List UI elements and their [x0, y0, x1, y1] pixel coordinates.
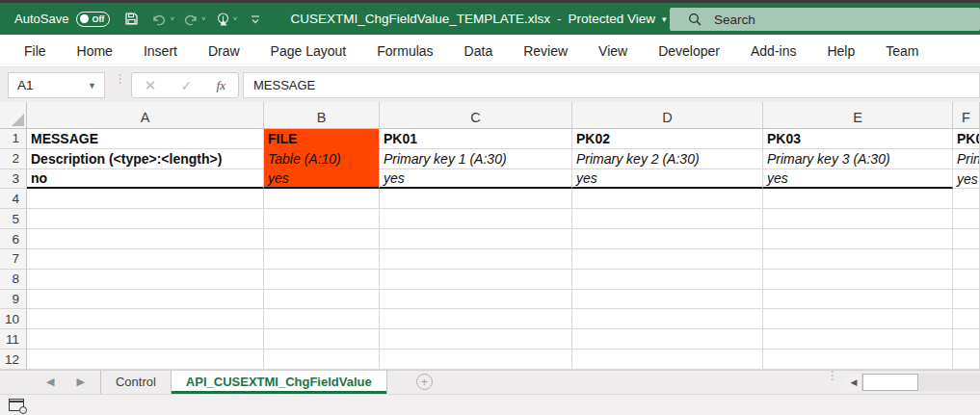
touch-mode-dropdown-icon[interactable]: ˅ [233, 14, 238, 23]
scroll-left-icon[interactable]: ◀ [846, 374, 862, 391]
cell-C8[interactable] [380, 270, 572, 290]
cell-A12[interactable] [27, 350, 264, 370]
row-header-8[interactable]: 8 [0, 270, 27, 290]
cell-A7[interactable] [27, 249, 264, 270]
cell-B8[interactable] [264, 270, 380, 290]
cell-C10[interactable] [380, 309, 572, 329]
cell-F9[interactable] [953, 290, 980, 310]
row-header-7[interactable]: 7 [0, 249, 27, 270]
redo-button[interactable]: ˅ [183, 13, 206, 26]
new-sheet-button[interactable]: + [416, 374, 433, 390]
cell-D3[interactable]: yes [572, 169, 763, 190]
touch-mode-button[interactable]: ˅ [216, 12, 238, 27]
cell-F12[interactable] [953, 350, 980, 370]
cell-B12[interactable] [264, 350, 380, 370]
cell-E8[interactable] [763, 270, 953, 290]
cell-C9[interactable] [380, 290, 572, 310]
cell-B7[interactable] [264, 249, 380, 270]
ribbon-tab-insert[interactable]: Insert [128, 35, 193, 66]
column-header-D[interactable]: D [572, 102, 763, 129]
column-header-B[interactable]: B [264, 102, 380, 129]
cell-F8[interactable] [953, 270, 980, 290]
cell-A10[interactable] [27, 309, 264, 329]
macro-record-icon[interactable] [9, 399, 24, 411]
cell-A8[interactable] [27, 270, 264, 290]
search-input[interactable]: Search [670, 8, 980, 31]
cell-C2[interactable]: Primary key 1 (A:30) [380, 149, 572, 169]
cell-D4[interactable] [572, 189, 763, 209]
cell-B3[interactable]: yes [264, 169, 380, 190]
cell-E7[interactable] [763, 249, 953, 270]
ribbon-tab-formulas[interactable]: Formulas [361, 35, 448, 66]
cell-A11[interactable] [27, 329, 264, 350]
sheet-next-icon[interactable]: ▶ [76, 376, 84, 388]
protected-view-dropdown-icon[interactable]: ▾ [662, 14, 667, 24]
cell-F3[interactable]: yes [953, 169, 980, 190]
row-header-11[interactable]: 11 [0, 329, 27, 350]
cell-A3[interactable]: no [27, 169, 264, 190]
ribbon-tab-review[interactable]: Review [508, 35, 583, 66]
ribbon-tab-draw[interactable]: Draw [193, 35, 255, 66]
row-header-9[interactable]: 9 [0, 290, 27, 310]
ribbon-tab-team[interactable]: Team [870, 35, 934, 66]
cell-C7[interactable] [380, 249, 572, 270]
cell-B5[interactable] [264, 209, 380, 229]
cell-E2[interactable]: Primary key 3 (A:30) [763, 149, 953, 169]
row-header-4[interactable]: 4 [0, 189, 27, 209]
cell-C12[interactable] [380, 350, 572, 370]
name-box[interactable]: A1 ▼ [8, 72, 105, 98]
cell-C3[interactable]: yes [380, 169, 572, 190]
ribbon-tab-help[interactable]: Help [811, 35, 870, 66]
cell-F4[interactable] [953, 189, 980, 209]
formula-input[interactable]: MESSAGE [243, 72, 980, 98]
cell-E11[interactable] [763, 329, 953, 350]
cell-A1[interactable]: MESSAGE [27, 129, 264, 149]
ribbon-tab-developer[interactable]: Developer [643, 35, 735, 66]
ribbon-tab-data[interactable]: Data [449, 35, 509, 66]
horizontal-scrollbar[interactable]: ◀ [846, 374, 980, 391]
cell-D1[interactable]: PK02 [572, 129, 763, 149]
ribbon-tab-page-layout[interactable]: Page Layout [255, 35, 362, 66]
column-header-E[interactable]: E [763, 102, 953, 129]
row-header-5[interactable]: 5 [0, 209, 27, 229]
ribbon-tab-file[interactable]: File [9, 35, 62, 66]
undo-button[interactable]: ˅ [151, 13, 174, 26]
formula-bar-drag-handle[interactable]: ⋮ [114, 76, 126, 82]
cell-C5[interactable] [380, 209, 572, 229]
sheet-tab-api-cusextmi-chgfieldvalue[interactable]: API_CUSEXTMI_ChgFieldValue [172, 371, 387, 394]
cell-E9[interactable] [763, 290, 953, 310]
cell-C4[interactable] [380, 189, 572, 209]
row-header-10[interactable]: 10 [0, 309, 27, 329]
scrollbar-thumb[interactable] [862, 374, 918, 391]
cell-A4[interactable] [27, 189, 264, 209]
cell-D10[interactable] [572, 309, 763, 329]
row-header-12[interactable]: 12 [0, 350, 27, 370]
name-box-dropdown-icon[interactable]: ▼ [88, 81, 96, 91]
cell-C1[interactable]: PK01 [380, 129, 572, 149]
cell-B6[interactable] [264, 229, 380, 249]
column-header-F[interactable]: F [953, 102, 980, 129]
cell-F1[interactable]: PK0 [953, 129, 980, 149]
cell-D11[interactable] [572, 329, 763, 350]
cell-F11[interactable] [953, 329, 980, 350]
row-header-3[interactable]: 3 [0, 169, 27, 190]
cell-C6[interactable] [380, 229, 572, 249]
sheet-prev-icon[interactable]: ◀ [46, 376, 54, 388]
cell-E1[interactable]: PK03 [763, 129, 953, 149]
cell-D6[interactable] [572, 229, 763, 249]
select-all-button[interactable] [0, 102, 27, 129]
cell-B9[interactable] [264, 290, 380, 310]
tabbar-resize-handle[interactable]: ⋮ [827, 374, 838, 378]
cell-F7[interactable] [953, 249, 980, 270]
cell-E3[interactable]: yes [763, 169, 953, 190]
cell-A5[interactable] [27, 209, 264, 229]
cell-A6[interactable] [27, 229, 264, 249]
cell-E4[interactable] [763, 189, 953, 209]
ribbon-tab-add-ins[interactable]: Add-ins [735, 35, 811, 66]
column-header-A[interactable]: A [27, 102, 264, 129]
cell-A2[interactable]: Description (<type>:<length>) [27, 149, 264, 169]
cell-D2[interactable]: Primary key 2 (A:30) [572, 149, 763, 169]
insert-function-button[interactable]: fx [217, 78, 226, 93]
redo-dropdown-icon[interactable]: ˅ [201, 14, 206, 23]
cell-D8[interactable] [572, 270, 763, 290]
